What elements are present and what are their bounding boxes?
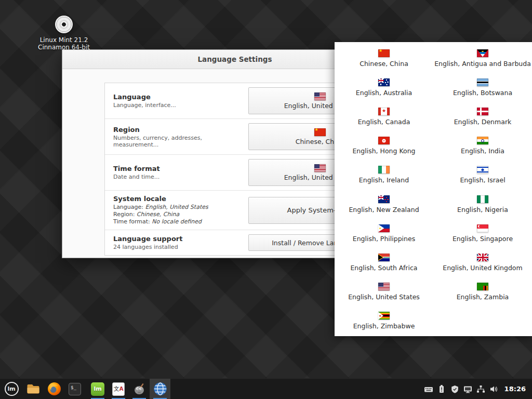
display-tray-button[interactable] (461, 379, 474, 399)
language-option-english-botswana[interactable]: English, Botswana (433, 73, 532, 102)
flag-za-icon (378, 254, 390, 261)
keyboard-icon (424, 385, 433, 393)
flag-nz-icon (378, 195, 390, 203)
language-option-label: English, Zambia (457, 293, 509, 301)
flag-dk-icon (477, 108, 488, 115)
detail-value: English, United States (145, 204, 208, 210)
mint-app-icon: lm (91, 382, 104, 396)
language-option-english-singapore[interactable]: English, Singapore (433, 219, 532, 248)
flag-gb-icon (477, 254, 488, 261)
folder-launcher[interactable] (23, 379, 44, 399)
flag-sg-icon (477, 224, 488, 232)
row-title: System locale (113, 195, 243, 203)
volume-tray-button[interactable] (487, 379, 500, 399)
flag-ie-icon (378, 166, 390, 174)
clock[interactable]: 18:26 (504, 385, 526, 393)
cjk-editor-window-button[interactable]: 文A (108, 379, 129, 399)
flag-us-icon (378, 283, 390, 290)
flag-cn-icon (314, 128, 326, 136)
disc-icon (55, 16, 73, 33)
language-option-label: Chinese, China (360, 60, 408, 68)
language-option-english-new-zealand[interactable]: English, New Zealand (335, 190, 433, 219)
shield-tray-button[interactable] (448, 379, 461, 399)
language-option-english-canada[interactable]: English, Canada (335, 102, 433, 131)
system-tray: 18:26 (422, 379, 532, 399)
network-tray-button[interactable] (474, 379, 487, 399)
row-detail: Region: Chinese, China (113, 211, 243, 218)
row-title: Region (113, 126, 243, 134)
row-detail: Time format: No locale defined (113, 218, 243, 225)
gimp-window-button[interactable] (129, 379, 150, 399)
row-text: Time formatDate and time... (113, 165, 248, 180)
language-list-popup: Chinese, ChinaEnglish, Antigua and Barbu… (335, 42, 532, 336)
flag-ng-icon (477, 195, 488, 203)
language-option-english-philippines[interactable]: English, Philippines (335, 219, 433, 248)
shield-icon (451, 385, 459, 393)
language-option-english-south-africa[interactable]: English, South Africa (335, 248, 433, 277)
flag-ag-icon (477, 49, 488, 57)
mint-green-window-button[interactable]: lm (87, 379, 108, 399)
network-icon (476, 385, 485, 393)
language-option-label: English, Philippines (353, 235, 415, 243)
gimp-icon (132, 382, 146, 396)
language-option-label: English, Antigua and Barbuda (434, 60, 531, 68)
menu-button[interactable]: lm (0, 379, 23, 399)
flag-us-icon (314, 164, 326, 172)
language-option-english-zambia[interactable]: English, Zambia (433, 277, 532, 307)
row-subtitle: 24 languages installed (113, 244, 243, 250)
language-option-chinese-china[interactable]: Chinese, China (335, 44, 433, 73)
language-option-label: English, Singapore (453, 235, 513, 243)
detail-prefix: Time format: (113, 218, 152, 225)
language-option-english-hong-kong[interactable]: English, Hong Kong (335, 131, 433, 161)
languages-window-button[interactable] (150, 379, 170, 399)
terminal-launcher[interactable]: $_ (64, 379, 85, 399)
folder-icon (26, 383, 40, 394)
flag-cn-icon (378, 49, 390, 57)
flag-au-icon (378, 78, 390, 86)
desktop[interactable]: { "colors": { "accent": "#4a90d9", "pane… (0, 0, 532, 399)
language-settings-icon (153, 382, 167, 396)
volume-icon (489, 385, 498, 393)
flag-hk-icon (378, 137, 390, 144)
row-subtitle: Language, interface... (113, 102, 243, 109)
language-option-label: English, Denmark (454, 118, 512, 126)
keyboard-tray-button[interactable] (422, 379, 435, 399)
language-option-english-australia[interactable]: English, Australia (335, 73, 433, 102)
language-option-english-india[interactable]: English, India (433, 131, 532, 161)
detail-prefix: Language: (113, 204, 145, 210)
language-option-english-denmark[interactable]: English, Denmark (433, 102, 532, 131)
row-subtitle: Numbers, currency, addresses, measuremen… (113, 135, 243, 148)
language-option-english-united-states[interactable]: English, United States (335, 277, 433, 307)
window-title: Language Settings (198, 55, 272, 63)
language-option-english-united-kingdom[interactable]: English, United Kingdom (433, 248, 532, 277)
language-option-english-antigua-and-barbuda[interactable]: English, Antigua and Barbuda (433, 44, 532, 73)
language-option-label: English, Zimbabwe (353, 322, 415, 330)
taskbar: lm $_ lm文A 18:26 (0, 378, 532, 399)
flag-zm-icon (477, 283, 488, 290)
row-text: System localeLanguage: English, United S… (113, 195, 248, 225)
battery-tray-button[interactable] (435, 379, 448, 399)
desktop-icon-linux-mint[interactable]: Linux Mint 21.2 Cinnamon 64-bit (31, 16, 97, 51)
language-option-label: English, Nigeria (457, 206, 508, 214)
row-title: Language support (113, 235, 243, 243)
language-option-label: English, South Africa (350, 264, 417, 272)
firefox-launcher[interactable] (44, 379, 64, 399)
display-icon (463, 385, 472, 393)
row-text: RegionNumbers, currency, addresses, meas… (113, 126, 248, 148)
language-option-english-ireland[interactable]: English, Ireland (335, 161, 433, 190)
language-option-english-israel[interactable]: English, Israel (433, 161, 532, 190)
row-title: Language (113, 93, 243, 101)
flag-us-icon (314, 92, 326, 100)
battery-icon (438, 384, 445, 393)
language-option-english-zimbabwe[interactable]: English, Zimbabwe (335, 307, 433, 336)
terminal-icon: $_ (69, 383, 81, 395)
detail-value: No locale defined (152, 218, 202, 225)
flag-zw-icon (378, 312, 390, 320)
language-option-label: English, Australia (356, 89, 412, 97)
language-option-label: English, Canada (358, 118, 410, 126)
row-text: Language support24 languages installed (113, 235, 248, 250)
language-option-english-nigeria[interactable]: English, Nigeria (433, 190, 532, 219)
language-option-label: English, Ireland (359, 176, 409, 184)
language-option-label: English, India (461, 147, 504, 155)
desktop-icon-label-line1: Linux Mint 21.2 (31, 36, 97, 44)
